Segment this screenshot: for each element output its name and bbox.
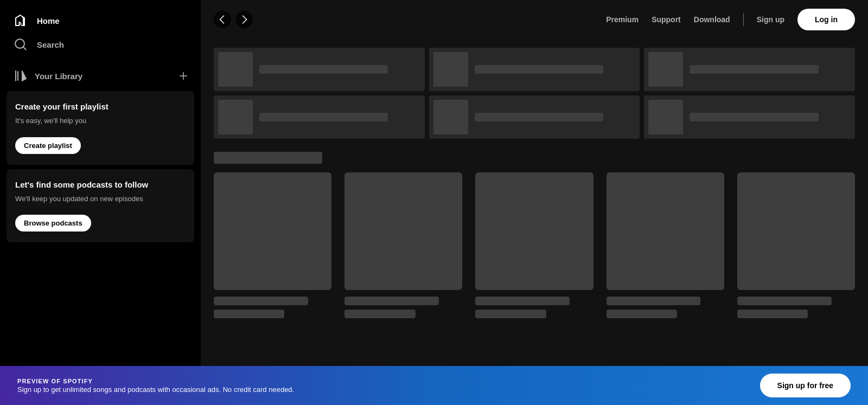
skeleton-card-image <box>344 172 462 290</box>
skeleton-cards-row <box>214 172 855 318</box>
skeleton-bar <box>475 65 603 74</box>
skeleton-card-text <box>475 297 593 318</box>
nav-controls <box>214 11 253 28</box>
skeleton-card-text <box>214 297 331 318</box>
sidebar-nav: Home Search <box>0 0 201 61</box>
skeleton-card <box>344 172 462 318</box>
skeleton-bar <box>607 297 701 305</box>
skeleton-bar <box>344 297 439 305</box>
home-label: Home <box>37 16 60 25</box>
library-label: Your Library <box>35 72 82 81</box>
skeleton-text <box>475 113 636 121</box>
skeleton-item <box>214 95 425 139</box>
banner-description: Sign up to get unlimited songs and podca… <box>17 385 294 394</box>
skeleton-card-image <box>475 172 593 290</box>
skeleton-bar <box>737 297 832 305</box>
skeleton-thumb <box>648 52 683 87</box>
skeleton-text <box>259 65 420 74</box>
skeleton-item <box>214 48 425 91</box>
find-podcasts-desc: We'll keep you updated on new episodes <box>15 194 186 204</box>
top-bar-divider <box>743 13 744 26</box>
skeleton-card <box>607 172 724 318</box>
skeleton-row-1 <box>214 48 855 91</box>
banner-eyebrow: Preview of Spotify <box>17 378 294 384</box>
banner-text-group: Preview of Spotify Sign up to get unlimi… <box>17 378 294 394</box>
skeleton-bar <box>475 113 603 121</box>
search-icon <box>13 37 28 52</box>
skeleton-bar <box>737 310 808 318</box>
forward-arrow-icon <box>240 15 248 24</box>
download-link[interactable]: Download <box>694 15 730 24</box>
skeleton-text <box>690 65 851 74</box>
skeleton-text <box>475 65 636 74</box>
skeleton-thumb <box>218 52 253 87</box>
skeleton-thumb <box>648 100 683 134</box>
nav-search[interactable]: Search <box>7 33 194 56</box>
top-bar-actions: Premium Support Download Sign up Log in <box>606 9 855 30</box>
skeleton-card-image <box>607 172 724 290</box>
home-icon <box>13 13 28 28</box>
create-playlist-title: Create your first playlist <box>15 102 186 111</box>
browse-podcasts-button[interactable]: Browse podcasts <box>15 215 91 232</box>
create-playlist-button[interactable]: Create playlist <box>15 137 81 154</box>
skeleton-row-2 <box>214 95 855 139</box>
skeleton-card-image <box>737 172 855 290</box>
sidebar-cards: Create your first playlist It's easy, we… <box>0 87 201 358</box>
banner-cta-button[interactable]: Sign up for free <box>760 374 851 397</box>
skeleton-thumb <box>433 100 468 134</box>
skeleton-card-text <box>737 297 855 318</box>
skeleton-section-title <box>214 152 322 164</box>
library-header: Your Library <box>0 63 201 87</box>
library-icon <box>13 68 28 83</box>
skeleton-item <box>644 48 855 91</box>
find-podcasts-card: Let's find some podcasts to follow We'll… <box>7 169 194 243</box>
app-layout: Home Search Your Library <box>0 0 868 405</box>
search-label: Search <box>37 40 64 49</box>
skeleton-content <box>201 39 868 327</box>
top-bar: Premium Support Download Sign up Log in <box>201 0 868 39</box>
nav-forward-button[interactable] <box>235 11 253 28</box>
skeleton-card <box>737 172 855 318</box>
premium-link[interactable]: Premium <box>606 15 639 24</box>
skeleton-thumb <box>218 100 253 134</box>
skeleton-card-image <box>214 172 331 290</box>
bottom-banner: Preview of Spotify Sign up to get unlimi… <box>0 366 868 405</box>
create-playlist-card: Create your first playlist It's easy, we… <box>7 91 194 165</box>
create-playlist-desc: It's easy, we'll help you <box>15 115 186 126</box>
skeleton-text <box>259 113 420 121</box>
skeleton-bar <box>344 310 415 318</box>
support-link[interactable]: Support <box>652 15 681 24</box>
nav-back-button[interactable] <box>214 11 231 28</box>
back-arrow-icon <box>218 15 227 24</box>
log-in-button[interactable]: Log in <box>797 9 855 30</box>
skeleton-thumb <box>433 52 468 87</box>
sidebar: Home Search Your Library <box>0 0 201 405</box>
skeleton-bar <box>690 113 818 121</box>
skeleton-bar <box>475 310 546 318</box>
find-podcasts-title: Let's find some podcasts to follow <box>15 180 186 189</box>
sign-up-link[interactable]: Sign up <box>757 15 784 24</box>
skeleton-card-text <box>607 297 724 318</box>
skeleton-item <box>644 95 855 139</box>
library-title-row[interactable]: Your Library <box>13 68 82 83</box>
skeleton-card <box>475 172 593 318</box>
skeleton-item <box>429 48 640 91</box>
skeleton-card-text <box>344 297 462 318</box>
skeleton-bar <box>690 65 818 74</box>
skeleton-bar <box>214 297 308 305</box>
skeleton-bar <box>259 113 388 121</box>
skeleton-item <box>429 95 640 139</box>
main-content: Premium Support Download Sign up Log in <box>201 0 868 405</box>
skeleton-bar <box>214 310 284 318</box>
skeleton-card <box>214 172 331 318</box>
skeleton-bar <box>259 65 388 74</box>
library-add-button[interactable] <box>175 67 192 85</box>
skeleton-bar <box>607 310 677 318</box>
skeleton-text <box>690 113 851 121</box>
skeleton-bar <box>475 297 570 305</box>
nav-home[interactable]: Home <box>7 9 194 33</box>
